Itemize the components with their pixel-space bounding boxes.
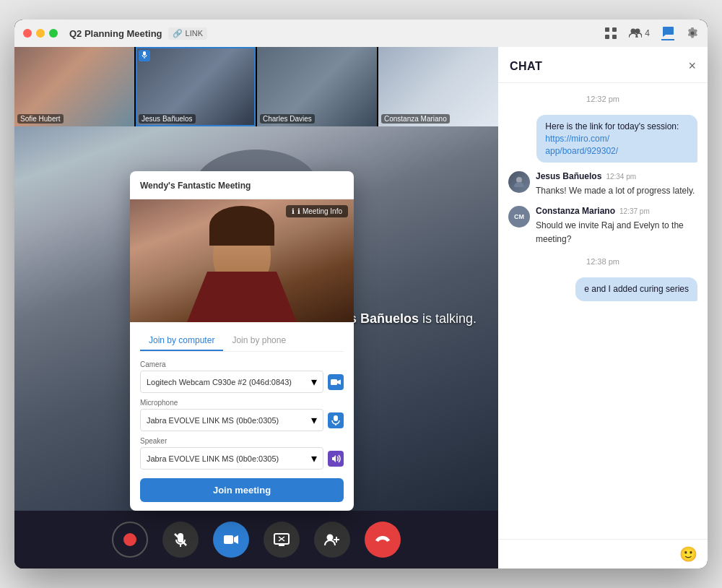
thumbnail-name-charles: Charles Davies bbox=[260, 114, 315, 124]
chevron-down-icon: ▾ bbox=[311, 413, 317, 427]
thumbnail-constanza[interactable]: Constanza Mariano bbox=[378, 47, 498, 126]
avatar-jesus bbox=[508, 171, 530, 193]
chevron-down-icon: ▾ bbox=[311, 451, 317, 465]
chat-messages: 12:32 pm Here is the link for today's se… bbox=[498, 83, 708, 539]
chevron-down-icon: ▾ bbox=[311, 375, 317, 389]
camera-label: Camera bbox=[140, 360, 344, 368]
chat-button[interactable] bbox=[661, 26, 674, 40]
tab-join-computer[interactable]: Join by computer bbox=[140, 331, 223, 351]
svg-rect-6 bbox=[143, 51, 146, 56]
microphone-group: Microphone Jabra EVOLVE LINK MS (0b0e:03… bbox=[140, 399, 344, 431]
speaker-value: Jabra EVOLVE LINK MS (0b0e:0305) bbox=[147, 454, 311, 463]
message-constanza-content: Constanza Mariano 12:37 pm Should we inv… bbox=[536, 206, 697, 246]
participants-button[interactable]: 4 bbox=[629, 28, 650, 38]
text-jesus: Thanks! We made a lot of progress lately… bbox=[536, 186, 695, 196]
join-modal-header: Wendy's Fantastic Meeting bbox=[130, 171, 354, 199]
thumbnail-name-constanza: Constanza Mariano bbox=[381, 114, 450, 124]
thumbnail-name-jesus: Jesus Bañuelos bbox=[139, 114, 196, 124]
title-bar-right: 4 bbox=[604, 26, 699, 40]
miro-link[interactable]: https://miro.com/app/board/929302/ bbox=[545, 134, 618, 156]
text-constanza: Should we invite Raj and Evelyn to the m… bbox=[536, 220, 684, 244]
minimize-traffic-light[interactable] bbox=[36, 29, 45, 38]
microphone-select[interactable]: Jabra EVOLVE LINK MS (0b0e:0305) ▾ bbox=[140, 409, 323, 431]
sender-constanza: Constanza Mariano bbox=[536, 206, 615, 216]
microphone-value: Jabra EVOLVE LINK MS (0b0e:0305) bbox=[147, 416, 311, 425]
camera-value: Logitech Webcam C930e #2 (046d:0843) bbox=[147, 378, 311, 386]
tab-join-phone[interactable]: Join by phone bbox=[223, 331, 295, 351]
time-constanza: 12:37 pm bbox=[619, 207, 650, 215]
window-title: Q2 Planning Meeting bbox=[69, 28, 162, 39]
camera-group: Camera Logitech Webcam C930e #2 (046d:08… bbox=[140, 360, 344, 393]
svg-rect-10 bbox=[224, 535, 233, 544]
avatar-constanza: CM bbox=[508, 206, 530, 228]
maximize-traffic-light[interactable] bbox=[49, 29, 58, 38]
join-modal-body: Join by computer Join by phone Camera Lo… bbox=[130, 322, 354, 511]
active-mic-icon bbox=[139, 50, 150, 61]
chat-close-button[interactable]: × bbox=[688, 59, 696, 74]
title-bar: Q2 Planning Meeting 🔗 LINK bbox=[14, 20, 708, 47]
video-button[interactable] bbox=[213, 522, 249, 558]
message-partial: e and I added curing series bbox=[575, 277, 697, 301]
grid-view-button[interactable] bbox=[604, 27, 617, 40]
thumbnail-jesus[interactable]: Jesus Bañuelos bbox=[136, 47, 256, 126]
meeting-info-badge[interactable]: ℹ ℹ Meeting Info bbox=[286, 205, 348, 217]
svg-rect-1 bbox=[612, 27, 617, 32]
thumbnail-name-sofie: Sofie Hubert bbox=[17, 114, 64, 124]
message-jesus: Jesus Bañuelos 12:34 pm Thanks! We made … bbox=[508, 171, 697, 197]
join-modal-title: Wendy's Fantastic Meeting bbox=[140, 181, 251, 191]
chat-panel: CHAT × 12:32 pm Here is the link for tod… bbox=[498, 47, 708, 568]
camera-select[interactable]: Logitech Webcam C930e #2 (046d:0843) ▾ bbox=[140, 371, 323, 393]
link-label: LINK bbox=[186, 29, 203, 38]
sender-row-jesus: Jesus Bañuelos 12:34 pm bbox=[536, 171, 697, 181]
chat-footer: 🙂 bbox=[498, 539, 708, 568]
sender-row-constanza: Constanza Mariano 12:37 pm bbox=[536, 206, 697, 216]
participants-count: 4 bbox=[645, 28, 650, 38]
microphone-icon[interactable] bbox=[328, 412, 344, 428]
join-meeting-button[interactable]: Join meeting bbox=[140, 478, 344, 502]
mute-button[interactable] bbox=[162, 522, 199, 558]
emoji-button[interactable]: 🙂 bbox=[679, 545, 697, 563]
svg-rect-20 bbox=[334, 415, 338, 421]
message-constanza: CM Constanza Mariano 12:37 pm Should we … bbox=[508, 206, 697, 246]
join-modal: Wendy's Fantastic Meeting ℹ ℹ Meeting In… bbox=[130, 171, 354, 511]
speaking-text: is talking. bbox=[422, 311, 477, 326]
link-icon: 🔗 bbox=[173, 29, 183, 38]
settings-button[interactable] bbox=[686, 27, 699, 40]
chat-title: CHAT bbox=[510, 60, 542, 73]
close-traffic-light[interactable] bbox=[23, 29, 32, 38]
screen-share-button[interactable] bbox=[264, 522, 300, 558]
join-video-preview: ℹ ℹ Meeting Info bbox=[130, 199, 354, 322]
timestamp-1238: 12:38 pm bbox=[508, 257, 697, 266]
message-jesus-content: Jesus Bañuelos 12:34 pm Thanks! We made … bbox=[536, 171, 697, 197]
meeting-info-label: ℹ Meeting Info bbox=[297, 207, 342, 215]
message-link: Here is the link for today's session: ht… bbox=[536, 115, 697, 163]
thumbnail-sofie[interactable]: Sofie Hubert bbox=[14, 47, 134, 126]
speaker-row: Jabra EVOLVE LINK MS (0b0e:0305) ▾ bbox=[140, 447, 344, 470]
camera-icon[interactable] bbox=[328, 374, 344, 390]
join-tabs: Join by computer Join by phone bbox=[140, 331, 344, 352]
controls-bar bbox=[14, 511, 498, 568]
chat-header: CHAT × bbox=[498, 47, 708, 83]
sender-jesus: Jesus Bañuelos bbox=[536, 171, 601, 181]
microphone-label: Microphone bbox=[140, 399, 344, 407]
svg-rect-0 bbox=[605, 27, 609, 32]
info-icon: ℹ bbox=[292, 207, 295, 215]
thumbnail-charles[interactable]: Charles Davies bbox=[257, 47, 377, 126]
link-badge[interactable]: 🔗 LINK bbox=[168, 27, 207, 40]
speaker-group: Speaker Jabra EVOLVE LINK MS (0b0e:0305)… bbox=[140, 437, 344, 470]
thumbnails-row: Sofie Hubert Jesus Bañuelos bbox=[14, 47, 498, 126]
add-participant-button[interactable] bbox=[314, 522, 350, 558]
camera-row: Logitech Webcam C930e #2 (046d:0843) ▾ bbox=[140, 371, 344, 393]
video-area: Sofie Hubert Jesus Bañuelos bbox=[14, 47, 498, 568]
speaker-label: Speaker bbox=[140, 437, 344, 445]
main-content: Sofie Hubert Jesus Bañuelos bbox=[14, 47, 708, 568]
traffic-lights bbox=[23, 29, 58, 38]
end-call-button[interactable] bbox=[365, 522, 401, 558]
microphone-row: Jabra EVOLVE LINK MS (0b0e:0305) ▾ bbox=[140, 409, 344, 431]
speaker-select[interactable]: Jabra EVOLVE LINK MS (0b0e:0305) ▾ bbox=[140, 447, 323, 470]
speaker-icon[interactable] bbox=[328, 451, 344, 467]
svg-rect-19 bbox=[331, 379, 337, 385]
svg-rect-3 bbox=[612, 35, 617, 39]
timestamp-1232: 12:32 pm bbox=[508, 95, 697, 103]
record-button[interactable] bbox=[112, 522, 148, 558]
